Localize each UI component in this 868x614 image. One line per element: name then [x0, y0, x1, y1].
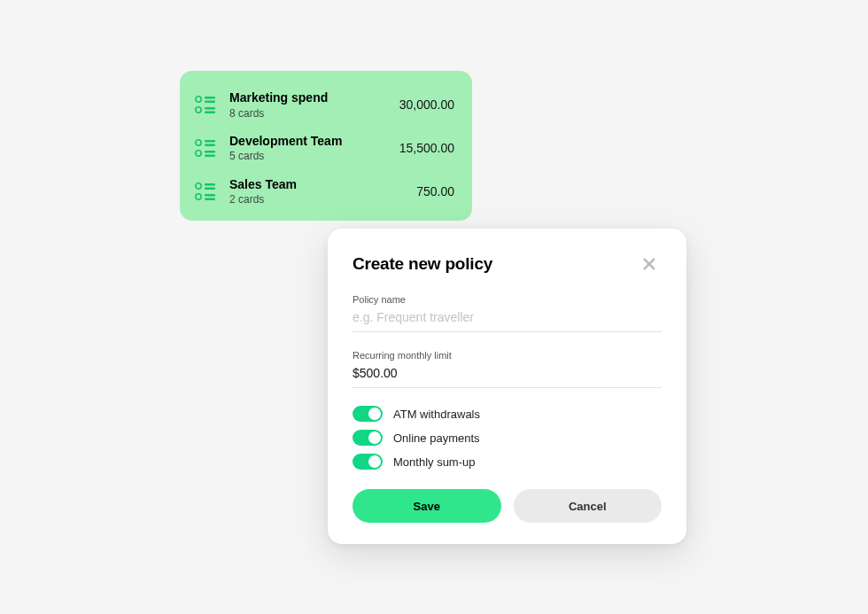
- atm-withdrawals-toggle[interactable]: [353, 406, 383, 422]
- svg-rect-2: [205, 101, 215, 104]
- create-policy-modal: Create new policy Policy name Recurring …: [328, 229, 686, 544]
- toggle-label: ATM withdrawals: [393, 408, 480, 421]
- svg-rect-7: [205, 140, 215, 143]
- svg-point-15: [196, 194, 201, 199]
- monthly-sumup-toggle[interactable]: [353, 454, 383, 470]
- policy-cards-count: 5 cards: [229, 150, 387, 162]
- svg-rect-14: [205, 188, 215, 190]
- svg-point-6: [196, 140, 201, 145]
- svg-rect-16: [205, 194, 215, 197]
- limit-label: Recurring monthly limit: [353, 350, 662, 361]
- svg-point-12: [196, 183, 201, 189]
- toggles-group: ATM withdrawals Online payments Monthly …: [353, 406, 662, 470]
- svg-point-3: [196, 107, 201, 113]
- toggle-row-online: Online payments: [353, 430, 662, 446]
- policy-row[interactable]: Development Team 5 cards 15,500.00: [194, 128, 454, 172]
- svg-rect-11: [205, 155, 215, 158]
- close-button[interactable]: [637, 252, 662, 276]
- toggle-label: Monthly sum-up: [393, 455, 475, 469]
- policy-cards-count: 2 cards: [229, 193, 404, 206]
- limit-field: Recurring monthly limit: [353, 350, 662, 388]
- svg-rect-4: [205, 107, 215, 110]
- policy-name: Sales Team: [229, 177, 404, 193]
- svg-point-9: [196, 151, 201, 156]
- toggle-row-sumup: Monthly sum-up: [353, 454, 662, 470]
- svg-rect-13: [205, 183, 215, 186]
- modal-buttons: Save Cancel: [353, 489, 662, 523]
- policies-card: Marketing spend 8 cards 30,000.00 Develo…: [180, 71, 472, 221]
- policy-amount: 15,500.00: [399, 141, 454, 155]
- policy-name-label: Policy name: [353, 294, 662, 305]
- policy-text: Marketing spend 8 cards: [229, 90, 387, 120]
- policy-amount: 750.00: [416, 184, 454, 198]
- policy-text: Development Team 5 cards: [229, 134, 387, 163]
- save-button[interactable]: Save: [353, 489, 501, 523]
- online-payments-toggle[interactable]: [353, 430, 383, 446]
- policy-amount: 30,000.00: [399, 97, 454, 112]
- policy-name-field: Policy name: [353, 294, 662, 332]
- svg-rect-5: [205, 112, 215, 114]
- policy-row[interactable]: Sales Team 2 cards 750.00: [194, 172, 454, 208]
- policy-icon: [194, 136, 217, 159]
- svg-rect-17: [205, 198, 215, 201]
- modal-title: Create new policy: [353, 254, 492, 274]
- toggle-row-atm: ATM withdrawals: [353, 406, 662, 422]
- policy-icon: [194, 180, 217, 203]
- limit-input[interactable]: [353, 364, 662, 388]
- policy-text: Sales Team 2 cards: [229, 177, 404, 206]
- modal-header: Create new policy: [353, 252, 662, 276]
- close-icon: [641, 256, 657, 272]
- svg-rect-8: [205, 144, 215, 147]
- policy-icon: [194, 93, 217, 116]
- svg-rect-10: [205, 151, 215, 153]
- policy-name: Development Team: [229, 134, 387, 150]
- policy-name-input[interactable]: [353, 308, 662, 332]
- svg-point-0: [196, 97, 201, 102]
- cancel-button[interactable]: Cancel: [514, 489, 663, 523]
- svg-rect-1: [205, 97, 215, 99]
- policy-cards-count: 8 cards: [229, 107, 387, 120]
- toggle-label: Online payments: [393, 431, 480, 445]
- policy-name: Marketing spend: [229, 90, 387, 106]
- policy-row[interactable]: Marketing spend 8 cards 30,000.00: [194, 85, 454, 128]
